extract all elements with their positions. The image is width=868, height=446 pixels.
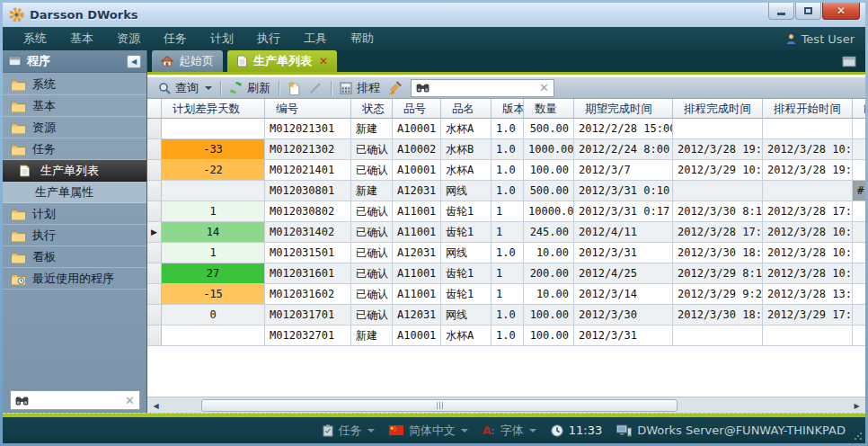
row-indicator[interactable]	[147, 160, 162, 181]
menu-item[interactable]: 计划	[199, 27, 245, 50]
cell-sched_start[interactable]: 2012/3/29 17:46	[763, 305, 853, 326]
cell-qty[interactable]: 100.00	[524, 326, 574, 346]
menu-item[interactable]: 任务	[152, 27, 199, 50]
cell-no[interactable]: M012030801	[265, 181, 351, 201]
cell-version[interactable]: 1	[492, 201, 524, 222]
cell-item_no[interactable]: A12031	[393, 243, 441, 263]
sidebar-item-资源[interactable]: 资源	[3, 117, 146, 138]
cell-extra[interactable]	[853, 139, 865, 160]
cell-extra[interactable]	[853, 284, 865, 305]
cell-sched_end[interactable]: 2012/3/30 18:00	[673, 305, 763, 326]
cell-item_no[interactable]: A12031	[393, 181, 441, 201]
cell-diff[interactable]: 0	[162, 305, 265, 326]
scrollbar-thumb[interactable]	[201, 399, 678, 412]
row-indicator[interactable]	[147, 263, 162, 284]
cell-status[interactable]: 已确认	[351, 284, 393, 305]
cell-sched_start[interactable]	[763, 181, 853, 201]
menu-item[interactable]: 工具	[292, 27, 339, 50]
cell-status[interactable]: 新建	[351, 326, 393, 346]
cell-expect[interactable]: 2012/3/30	[574, 305, 673, 326]
cell-sched_start[interactable]: 2012/3/28 10:52	[763, 222, 853, 243]
cell-item_no[interactable]: A11001	[393, 284, 441, 305]
cell-no[interactable]: M012021302	[265, 139, 351, 160]
cell-sched_start[interactable]: 2012/3/28 10:52	[763, 263, 853, 284]
cell-sched_end[interactable]	[673, 326, 763, 346]
tab-起始页[interactable]: 起始页	[152, 50, 223, 72]
cell-diff[interactable]	[162, 326, 265, 346]
table-row[interactable]: M012021301新建A10001水杯A1.0500.002012/2/28 …	[147, 119, 865, 139]
column-header-expect[interactable]: 期望完成时间	[574, 99, 673, 119]
cell-version[interactable]: 1	[492, 263, 524, 284]
cell-item_no[interactable]: A11001	[393, 201, 441, 222]
cell-sched_end[interactable]: 2012/3/30 18:00	[673, 243, 763, 263]
cell-no[interactable]: M012031601	[265, 263, 351, 284]
cell-expect[interactable]: 2012/3/31 0:10	[574, 181, 673, 201]
horizontal-scrollbar[interactable]: ◀ ▶	[147, 397, 865, 413]
cell-extra[interactable]	[853, 326, 865, 346]
cell-qty[interactable]: 500.00	[524, 119, 574, 139]
cell-qty[interactable]: 100.00	[524, 305, 574, 326]
table-row[interactable]: -15M012031602已确认A11001齿轮1110.002012/3/14…	[147, 284, 865, 305]
cell-status[interactable]: 已确认	[351, 305, 393, 326]
cell-diff[interactable]: -33	[162, 139, 265, 160]
cell-no[interactable]: M012021301	[265, 119, 351, 139]
cell-qty[interactable]: 100.00	[524, 160, 574, 181]
cell-sched_start[interactable]	[763, 326, 853, 346]
cell-qty[interactable]: 500.00	[524, 181, 574, 201]
column-header-item_no[interactable]: 品号	[393, 99, 441, 119]
menu-item[interactable]: 资源	[105, 27, 152, 50]
cell-sched_start[interactable]: 2012/3/28 19:10	[763, 160, 853, 181]
column-header-diff[interactable]: 计划差异天数	[162, 99, 265, 119]
column-header-no[interactable]: 编号	[265, 99, 351, 119]
cell-extra[interactable]	[853, 243, 865, 263]
schedule-button[interactable]: 排程	[336, 78, 384, 98]
cell-qty[interactable]: 10000.00	[524, 201, 574, 222]
row-indicator[interactable]	[147, 181, 162, 201]
cell-expect[interactable]: 2012/2/28 15:00	[574, 119, 673, 139]
row-indicator[interactable]	[147, 139, 162, 160]
cell-diff[interactable]: -22	[162, 160, 265, 181]
row-indicator[interactable]	[147, 305, 162, 326]
sidebar-item-生产单列表[interactable]: 生产单列表	[3, 160, 146, 182]
cell-no[interactable]: M012031501	[265, 243, 351, 263]
cell-version[interactable]: 1.0	[492, 119, 524, 139]
cell-sched_end[interactable]: 2012/3/28 19:10	[673, 139, 763, 160]
cell-status[interactable]: 已确认	[351, 263, 393, 284]
cell-sched_end[interactable]: 2012/3/30 8:15	[673, 201, 763, 222]
cell-diff[interactable]: 27	[162, 263, 265, 284]
column-header-extra[interactable]: 能	[853, 99, 865, 119]
menu-item[interactable]: 执行	[245, 27, 292, 50]
row-indicator[interactable]	[147, 284, 162, 305]
column-header-version[interactable]: 版本	[492, 99, 524, 119]
column-header-item_name[interactable]: 品名	[441, 99, 492, 119]
cell-item_no[interactable]: A10001	[393, 326, 441, 346]
font-dropdown-icon[interactable]	[529, 429, 536, 433]
table-row[interactable]: 27M012031601已确认A11001齿轮11200.002012/4/25…	[147, 263, 865, 284]
cell-expect[interactable]: 2012/3/31	[574, 243, 673, 263]
cell-no[interactable]: M012031602	[265, 284, 351, 305]
cell-extra[interactable]	[853, 222, 865, 243]
cell-extra[interactable]: #	[853, 181, 865, 201]
cell-qty[interactable]: 245.00	[524, 222, 574, 243]
cell-diff[interactable]	[162, 181, 265, 201]
status-language[interactable]: 简体中文	[389, 423, 468, 439]
language-dropdown-icon[interactable]	[461, 429, 468, 433]
cell-qty[interactable]: 10.00	[524, 243, 574, 263]
cell-no[interactable]: M012021401	[265, 160, 351, 181]
resize-grip[interactable]	[854, 432, 863, 441]
cell-status[interactable]: 已确认	[351, 222, 393, 243]
cell-extra[interactable]	[853, 201, 865, 222]
toolbar-search-clear-icon[interactable]: ✕	[539, 82, 549, 94]
refresh-button[interactable]: 刷新	[226, 78, 274, 98]
column-header-sched_start[interactable]: 排程开始时间	[763, 99, 853, 119]
window-list-icon[interactable]	[842, 56, 856, 67]
sidebar-item-执行[interactable]: 执行	[3, 225, 146, 246]
cell-item_name[interactable]: 水杯B	[441, 139, 492, 160]
cell-expect[interactable]: 2012/3/14	[574, 284, 673, 305]
cell-item_name[interactable]: 齿轮1	[441, 201, 492, 222]
sidebar-item-系统[interactable]: 系统	[3, 74, 146, 95]
sidebar-item-最近使用的程序[interactable]: 最近使用的程序	[3, 268, 146, 290]
cell-version[interactable]: 1.0	[492, 160, 524, 181]
cell-item_name[interactable]: 网线	[441, 243, 492, 263]
cell-extra[interactable]	[853, 119, 865, 139]
